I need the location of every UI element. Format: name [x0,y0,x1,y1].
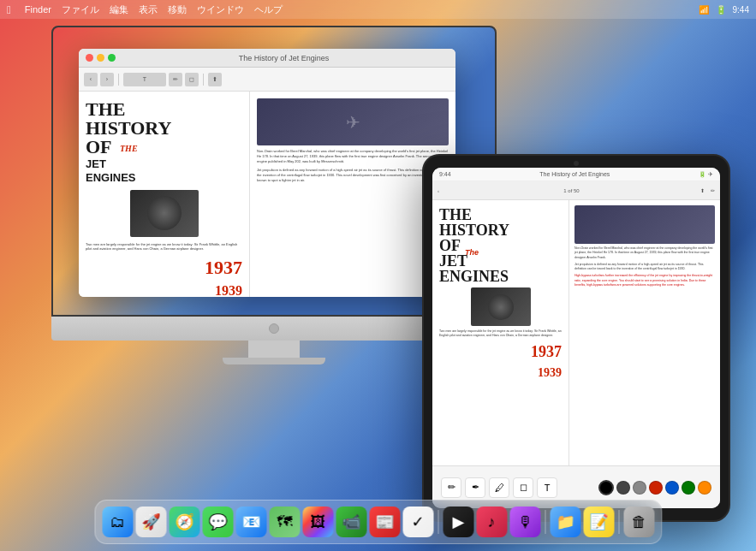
ipad-right-text-3: High-bypass turbofans further increased … [574,274,715,287]
color-darkgray[interactable] [616,481,630,495]
ipad-markup-btn[interactable]: ✏ [711,187,715,193]
launchpad-icon: 🚀 [141,512,160,531]
ipad-statusbar: 9:44 The History of Jet Engines 🔋 ✈ [432,168,720,181]
dock-messages[interactable]: 💬 [202,507,233,537]
facetime-icon: 📹 [342,512,360,531]
dock-tv[interactable]: ▶ [443,507,473,537]
markup-eraser[interactable]: ◻ [513,477,533,498]
toolbar-share[interactable]: ⬆ [208,73,222,86]
ipad-back-btn[interactable]: ‹ [438,188,439,193]
color-black[interactable] [598,480,614,495]
dock-mail[interactable]: 📧 [235,507,266,537]
dock-reminders[interactable]: ✓ [402,507,433,537]
ipad-time: 9:44 [439,171,451,177]
imac-stand-neck [248,341,300,358]
ipad-pages: 1 of 50 [445,188,698,193]
dock: 🗂 🚀 🧭 💬 📧 🗺 🖼 📹 📰 ✓ ▶ [94,500,662,544]
menu-go[interactable]: 移動 [168,3,187,16]
menubar-left:  Finder ファイル 編集 表示 移動 ウインドウ ヘルプ [7,3,283,16]
ipad-screen[interactable]: 9:44 The History of Jet Engines 🔋 ✈ ‹ 1 … [432,168,720,508]
maps-icon: 🗺 [277,513,292,531]
dock-finder[interactable]: 🗂 [102,507,133,537]
document-toolbar[interactable]: ‹ › T ✏ ◻ ⬆ [79,68,455,92]
color-gray[interactable] [633,481,646,495]
color-orange[interactable] [698,481,711,495]
toolbar-forward[interactable]: › [100,73,114,86]
ipad-plane-image [574,205,715,244]
finder-icon: 🗂 [110,513,125,531]
color-palette[interactable] [598,480,711,495]
minimize-button[interactable] [97,54,104,62]
dock-photos[interactable]: 🖼 [302,507,333,537]
color-red[interactable] [649,481,663,495]
apple-logo [269,323,279,334]
markup-pencil[interactable]: 🖊 [489,477,509,498]
maximize-button[interactable] [108,54,116,62]
toolbar-shape[interactable]: ◻ [185,73,199,86]
document-window[interactable]: The History of Jet Engines ‹ › T ✏ ◻ ⬆ [79,49,455,297]
ipad-right-text-1: Non-Orain worked for Berel Marchal, who … [574,246,715,260]
mail-icon: 📧 [241,512,260,531]
color-green[interactable] [682,481,695,495]
markup-marker[interactable]: ✒ [465,477,485,498]
menu-file[interactable]: ファイル [62,3,99,16]
menu-view[interactable]: 表示 [139,3,158,16]
ipad-year-1937: 1937 [439,343,562,361]
menu-edit[interactable]: 編集 [110,3,128,16]
close-button[interactable] [86,54,93,62]
document-content: THE HISTORY OF The JET ENGINES Two men a… [79,92,455,297]
apple-menu-icon[interactable]:  [7,3,11,16]
dock-maps[interactable]: 🗺 [269,507,300,537]
clock: 9:44 [733,5,749,15]
dock-launchpad[interactable]: 🚀 [135,507,166,537]
tv-icon: ▶ [452,512,464,531]
dock-trash[interactable]: 🗑 [623,507,654,537]
dock-separator-1 [438,510,438,534]
markup-pen[interactable]: ✏ [441,477,461,498]
doc-year-1939: 1939 [86,284,242,297]
app-name[interactable]: Finder [25,4,51,15]
desktop:  Finder ファイル 編集 表示 移動 ウインドウ ヘルプ 📶 🔋 9:4… [0,0,756,551]
battery-icon: 🔋 [716,5,726,15]
menu-window[interactable]: ウインドウ [197,3,244,16]
safari-icon: 🧭 [175,512,193,531]
toolbar-text[interactable]: T [123,73,166,86]
markup-text[interactable]: T [537,477,557,498]
dock-safari[interactable]: 🧭 [169,507,199,537]
ipad-left-text: Two men are largely responsible for the … [439,329,562,338]
toolbar-draw[interactable]: ✏ [169,73,182,86]
menubar-right: 📶 🔋 9:44 [699,5,749,15]
doc-subtitle-jet: JET [86,158,242,170]
photos-icon: 🖼 [310,513,325,531]
doc-body-text: Two men are largely responsible for the … [86,242,242,252]
dock-news[interactable]: 📰 [369,507,400,537]
news-icon: 📰 [375,512,394,531]
menu-help[interactable]: ヘルプ [254,3,283,16]
messages-icon: 💬 [208,512,227,531]
ipad-toolbar[interactable]: ‹ 1 of 50 ⬆ ✏ [432,181,720,200]
ipad-share-btn[interactable]: ⬆ [700,187,705,193]
doc-title-history: HISTORY [86,119,242,138]
dock-notes[interactable]: 📝 [583,507,614,537]
ipad-engine-image [471,287,531,326]
music-icon: ♪ [488,513,496,531]
doc-title-the: THE [86,100,242,119]
ipad-the-annotation: The [465,248,479,257]
ipad-title-the: THE [439,207,562,222]
ipad-year-1939: 1939 [439,366,562,380]
markup-tools[interactable]: ✏ ✒ 🖊 ◻ T [441,477,557,498]
the-annotation: The [120,145,138,153]
toolbar-back[interactable]: ‹ [84,73,98,86]
dock-podcasts[interactable]: 🎙 [509,507,540,537]
dock-music[interactable]: ♪ [476,507,507,537]
doc-right-text: Non-Orain worked for Berel Marchal, who … [257,149,449,164]
doc-left-page: THE HISTORY OF The JET ENGINES Two men a… [79,92,250,297]
dock-files[interactable]: 📁 [550,507,580,537]
imac-stand-base [223,358,325,364]
color-blue[interactable] [665,481,679,495]
ipad-battery: 🔋 ✈ [699,171,713,178]
doc-title-of: OF [86,138,242,157]
dock-separator-2 [545,510,545,534]
dock-facetime[interactable]: 📹 [336,507,366,537]
ipad-right-text-2: Jet propulsion is defined as any forward… [574,263,715,272]
